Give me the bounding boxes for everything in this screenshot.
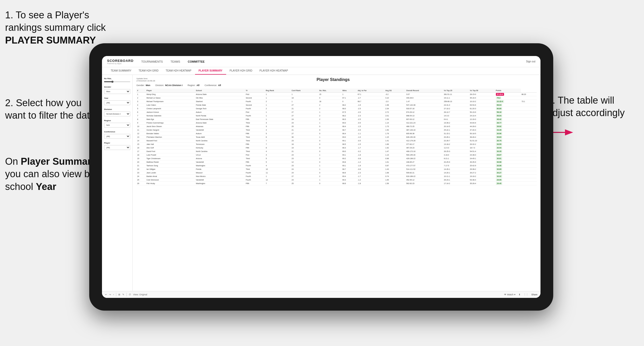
table-cell: 628-150-30 [406, 135, 443, 139]
table-cell: 1 [265, 103, 291, 107]
table-cell: Third [245, 135, 265, 139]
table-row[interactable]: 22Ian GilliganFloridaThird1024168.7-0.81… [136, 168, 537, 171]
table-header: # Player School Yr Reg Rank Conf Rank No… [136, 89, 537, 93]
table-row[interactable]: 15Jake HallTennesseeFifth718068.5-1.51.6… [136, 143, 537, 146]
table-cell: 0 [318, 171, 342, 175]
table-cell: 1.14 [384, 121, 405, 125]
nav-tournaments[interactable]: TOURNAMENTS [141, 59, 163, 64]
toolbar-redo[interactable]: ↪ [109, 293, 111, 296]
table-row[interactable]: 24Bastien AmatNew MexicoFourth127269.4-1… [136, 175, 537, 178]
sub-nav-team-h2h-heatmap[interactable]: TEAM H2H HEATMAP [162, 67, 195, 75]
table-row[interactable]: 13Phichaksn MaichonTexas A&MThird630169.… [136, 135, 537, 139]
toolbar-back[interactable]: ‹ [113, 293, 114, 296]
table-cell: 27 [291, 103, 318, 107]
table-row[interactable]: 26Petr HrubyWashingtonFifth725068.6-1.81… [136, 182, 537, 185]
sub-nav-team-summary[interactable]: TEAM SUMMARY [107, 67, 135, 75]
table-cell: 377-82-17 [406, 143, 443, 146]
table-cell: 25-22-1 [443, 128, 469, 132]
table-cell: 13 [136, 135, 146, 139]
table-row[interactable]: 16Alex GoffKentuckyFifth819068.3-1.71.92… [136, 146, 537, 150]
table-cell: 509-82-21 [406, 171, 443, 175]
table-cell: Luke Powell [146, 153, 195, 157]
table-row[interactable]: 23Jack LundinMissouriFourth1124068.6-2.3… [136, 171, 537, 175]
table-cell: 23 [291, 178, 318, 182]
table-cell: 49.42 [495, 118, 521, 121]
table-row[interactable]: 9Preston SummerhaysArizona StateThird324… [136, 121, 537, 125]
nav-committee[interactable]: COMMITTEE [188, 59, 205, 64]
table-cell: 12 [291, 160, 318, 164]
table-cell: 58.18 [495, 110, 521, 114]
table-row[interactable]: 7Nicholas GabrelickNorth FloridaFourth12… [136, 114, 537, 118]
sidebar-gender: Gender Men [104, 86, 130, 94]
year-select[interactable]: (All) [104, 100, 130, 105]
sub-nav-team-h2h-grid[interactable]: TEAM H2H GRID [135, 67, 162, 75]
table-cell: 18 [291, 143, 318, 146]
table-row[interactable]: 2Michael Le SassoOle MissSecond118067.1-… [136, 96, 537, 100]
table-cell: 24-31-3 [443, 103, 469, 107]
player-select[interactable]: (All) [104, 145, 130, 150]
table-row[interactable]: 25Cole SherwoodVanderbiltFourth1223169.3… [136, 178, 537, 182]
table-cell: 607-63-12 [406, 118, 443, 121]
table-cell: Fifth [245, 146, 265, 150]
toolbar-view[interactable]: View: Original [133, 293, 147, 296]
gender-select[interactable]: Men [104, 89, 130, 94]
table-row[interactable]: 8Mats EgeEast Tennessee StateFifth124268… [136, 118, 537, 121]
table-cell: -1.8 [357, 182, 384, 185]
table-row[interactable]: 5Christo LamprechtGeorgia TechFourth2212… [136, 107, 537, 110]
division-select[interactable]: NCAA Division I [104, 112, 130, 116]
table-row[interactable]: 4Luke ClatonFlorida StateSecond127268.2-… [136, 103, 537, 107]
toolbar-copy[interactable]: ⊞ [118, 293, 120, 296]
table-row[interactable]: 20Matthew RiedelVanderbiltFifth512069.8-… [136, 160, 537, 164]
toolbar-clock[interactable]: ⏱ [129, 293, 131, 296]
table-cell: Washington [195, 182, 245, 185]
table-cell: 468-72-25 [406, 125, 443, 128]
table-row[interactable]: 1Wenyi DingArizona StateFirst1115167.1-3… [136, 93, 537, 96]
sign-out-link[interactable]: Sign out [526, 60, 535, 63]
table-cell: 5 [265, 132, 291, 135]
rds-slider[interactable] [104, 81, 130, 83]
nav-teams[interactable]: TEAMS [171, 59, 180, 64]
toolbar-share[interactable]: Share [531, 293, 537, 296]
toolbar-watch[interactable]: 👁 Watch ▾ [504, 293, 516, 296]
sub-nav-player-summary[interactable]: PLAYER SUMMARY [195, 67, 226, 75]
table-cell: 21 [291, 107, 318, 110]
table-row[interactable]: 19Tiger ChristensenArizonaThird523269.2-… [136, 157, 537, 160]
instruction-2: 2. Select how you want to filter the dat… [5, 97, 97, 122]
toolbar-download[interactable]: ⬇ [519, 293, 521, 296]
table-row[interactable]: 17David FordNorth CarolinaThird421069.0-… [136, 150, 537, 153]
table-cell: 1.73 [384, 125, 405, 128]
table-cell: 35-16-4 [469, 96, 495, 100]
table-row[interactable]: 12Brendan ValdesAuburnFifth527068.4-1.11… [136, 132, 537, 135]
toolbar-grid[interactable]: ⋮⋮ [524, 293, 528, 296]
table-row[interactable]: 14Maxwell FordNorth CarolinaThird723069.… [136, 139, 537, 143]
toolbar-sep-2 [126, 293, 127, 296]
toolbar-edit[interactable]: ✎ [122, 293, 124, 296]
toolbar-undo[interactable]: ↩ [105, 293, 107, 296]
table-cell: 562-82-23 [406, 182, 443, 185]
table-row[interactable]: 10Jacob Skov OlesenArkansasFifth325068.4… [136, 125, 537, 128]
table-cell: 30.98 [495, 164, 521, 168]
table-cell: -2.5 [357, 118, 384, 121]
table-cell: 19-16-2 [469, 175, 495, 178]
table-row[interactable]: 21Taehoon SongWashingtonFourth423169.1-1… [136, 164, 537, 168]
filter-division: Division: NCAA Division I [156, 84, 183, 87]
table-cell: 4 [265, 150, 291, 153]
table-cell: Vanderbilt [195, 160, 245, 164]
table-row[interactable]: 11Gordon SargentVanderbiltThird421068.7-… [136, 128, 537, 132]
table-row[interactable]: 3Michael ThorbjornsenStanfordFourth21180… [136, 100, 537, 103]
table-cell: 19-39-2 [443, 121, 469, 125]
sub-nav-player-h2h-heatmap[interactable]: PLAYER H2H HEATMAP [256, 67, 292, 75]
table-cell: 20-26-1 [443, 135, 469, 139]
col-player: Player [146, 89, 195, 93]
table-cell: 30.27 [495, 171, 521, 175]
region-select[interactable]: N/A [104, 123, 130, 128]
conference-select[interactable]: (All) [104, 134, 130, 139]
table-cell: 23 [136, 171, 146, 175]
table-row[interactable]: 18Luke PowellUCLAFirst424169.1-1.81.1350… [136, 153, 537, 157]
table-cell: Michael Thorbjornsen [146, 100, 195, 103]
sub-nav-player-h2h-grid[interactable]: PLAYER H2H GRID [226, 67, 256, 75]
table-cell: 19 [136, 157, 146, 160]
table-cell: -3.2 [384, 93, 405, 96]
table-cell: 18-7-3 [469, 146, 495, 150]
table-row[interactable]: 6Jackson KoivunAuburnFirst127167.5-2.02.… [136, 110, 537, 114]
